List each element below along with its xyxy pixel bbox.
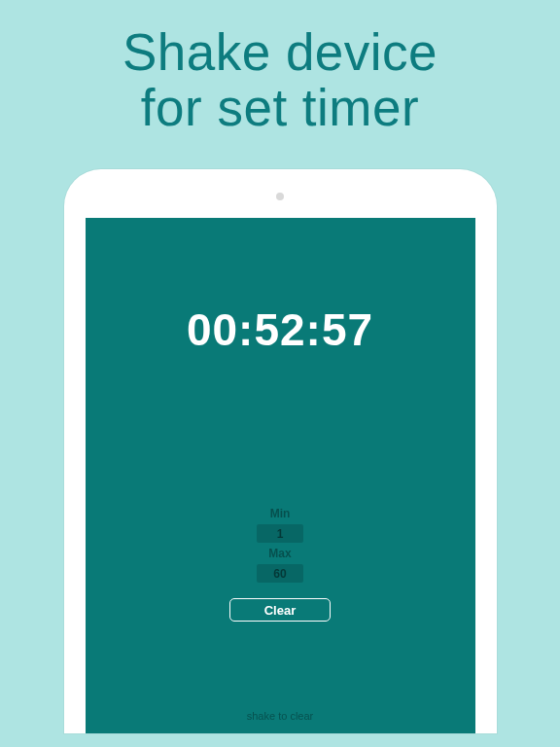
app-screen: 00:52:57 Min 1 Max 60 Clear shake to cle… [86,218,475,733]
min-label: Min [270,507,291,520]
min-input[interactable]: 1 [257,524,303,543]
timer-display: 00:52:57 [187,303,373,356]
max-label: Max [268,547,291,560]
tablet-frame: 00:52:57 Min 1 Max 60 Clear shake to cle… [64,169,497,733]
shake-hint: shake to clear [247,710,313,722]
clear-button[interactable]: Clear [229,598,331,622]
headline-line-2: for set timer [122,80,438,135]
max-input[interactable]: 60 [257,564,303,583]
range-controls: Min 1 Max 60 Clear [229,507,331,622]
promo-headline: Shake device for set timer [122,24,438,135]
device-camera-icon [276,193,284,200]
headline-line-1: Shake device [122,24,438,80]
